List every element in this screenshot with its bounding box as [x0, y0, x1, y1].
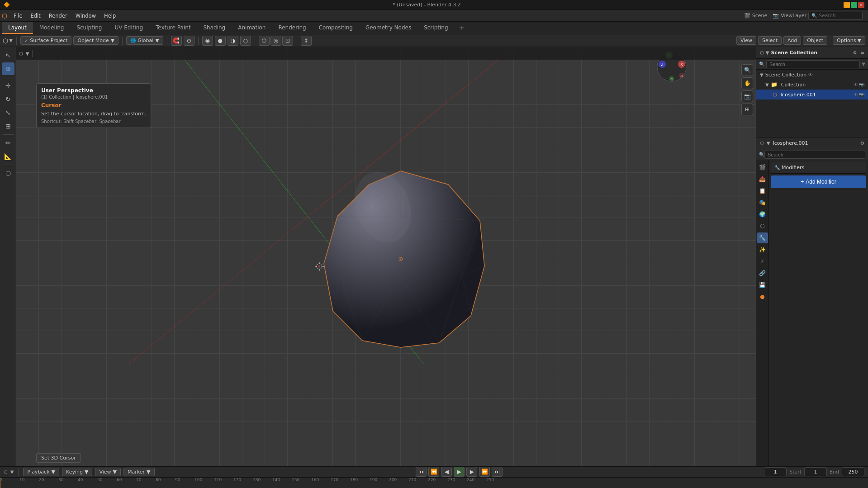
props-tab-render[interactable]: 🎬	[757, 162, 768, 173]
select-btn[interactable]: Select	[758, 36, 782, 45]
shading-mat-btn[interactable]: ◑	[228, 36, 238, 46]
options-button[interactable]: Options ▼	[833, 36, 865, 45]
props-search-input[interactable]	[764, 151, 865, 159]
jump-end-btn[interactable]: ⏭	[492, 467, 503, 477]
outliner-sort-icon[interactable]: ≡	[861, 50, 864, 55]
viewport-shading-btn[interactable]: ⬡	[259, 36, 270, 46]
menu-render[interactable]: Render	[45, 12, 71, 20]
view-mode-btn[interactable]: ◉	[202, 36, 213, 46]
select-tool-btn[interactable]: ↖	[2, 49, 14, 62]
tab-modeling[interactable]: Modeling	[33, 22, 71, 34]
maximize-button[interactable]: □	[851, 2, 857, 8]
play-btn[interactable]: ▶	[454, 467, 465, 477]
props-tab-modifiers[interactable]: 🔧	[757, 232, 768, 243]
tab-compositing[interactable]: Compositing	[313, 22, 359, 34]
tab-shading[interactable]: Shading	[197, 22, 232, 34]
play-forward-btn[interactable]: ⏩	[479, 467, 490, 477]
cursor-tool-btn[interactable]: ⊕	[2, 62, 14, 75]
move-tool-btn[interactable]: ✛	[2, 79, 14, 92]
props-tab-physics[interactable]: ⚡	[757, 256, 768, 267]
playback-btn[interactable]: Playback ▼	[23, 468, 59, 476]
rotate-tool-btn[interactable]: ↻	[2, 93, 14, 105]
props-tab-scene[interactable]: 🎭	[757, 197, 768, 208]
props-filter-icon[interactable]: ⚙	[860, 141, 864, 146]
tab-layout[interactable]: Layout	[2, 22, 33, 34]
props-tab-object[interactable]: ⬡	[757, 221, 768, 232]
tl-view-btn[interactable]: View ▼	[95, 468, 121, 476]
camera-btn[interactable]: 📷	[741, 90, 753, 102]
tab-geometry-nodes[interactable]: Geometry Nodes	[359, 22, 417, 34]
view-btn[interactable]: View	[736, 36, 756, 45]
timeline-scrubber[interactable]: 1 10 20 30 40 50 60 70 80 90 100 110 120…	[0, 478, 868, 488]
global-search[interactable]: 🔍 Search	[808, 12, 863, 20]
step-back-btn[interactable]: ◀	[441, 467, 452, 477]
obj-render-icon[interactable]: 📷	[859, 92, 864, 97]
play-reverse-btn[interactable]: ⏪	[428, 467, 439, 477]
close-button[interactable]: ✕	[858, 2, 864, 8]
surface-project-toggle[interactable]: ✓ Surface Project	[20, 36, 71, 45]
add-btn[interactable]: Add	[783, 36, 801, 45]
menu-help[interactable]: Help	[100, 12, 119, 20]
snap-btn[interactable]: 🧲	[171, 36, 182, 46]
pan-btn[interactable]: ✋	[741, 77, 753, 89]
visibility-icon[interactable]: 👁	[808, 72, 813, 77]
tick-90: 90	[175, 478, 180, 482]
current-frame-input[interactable]: 1	[764, 467, 787, 476]
props-tab-world[interactable]: 🌍	[757, 209, 768, 220]
tab-animation[interactable]: Animation	[232, 22, 272, 34]
obj-vis-icon[interactable]: 👁	[854, 92, 858, 97]
window-controls[interactable]: — □ ✕	[844, 2, 864, 8]
scale-tool-btn[interactable]: ⤡	[2, 106, 14, 119]
object-mode-selector[interactable]: Object Mode ▼	[73, 36, 119, 45]
outliner-scene-collection[interactable]: ▼ Scene Collection 👁	[756, 70, 868, 80]
viewport-overlay-btn[interactable]: ◎	[270, 36, 281, 46]
proportional-btn[interactable]: ⊙	[184, 36, 194, 46]
annotate-tool-btn[interactable]: ✏	[2, 137, 14, 149]
grid-view-btn[interactable]: ⊞	[741, 104, 753, 115]
shading-solid-btn[interactable]: ●	[215, 36, 226, 46]
editor-type-selector[interactable]: ⬡ ▼	[3, 37, 13, 44]
tab-scripting[interactable]: Scripting	[417, 22, 454, 34]
start-frame-input[interactable]: 1	[804, 467, 827, 476]
props-tab-data[interactable]: 💾	[757, 280, 768, 290]
props-tab-constraints[interactable]: 🔗	[757, 268, 768, 279]
tab-texture-paint[interactable]: Texture Paint	[149, 22, 197, 34]
props-tab-view-layer[interactable]: 📋	[757, 185, 768, 196]
menu-edit[interactable]: Edit	[27, 12, 44, 20]
menu-window[interactable]: Window	[72, 12, 100, 20]
keying-btn[interactable]: Keying ▼	[62, 468, 92, 476]
add-obj-tool-btn[interactable]: ⬡	[2, 167, 14, 180]
outliner-search-input[interactable]	[766, 60, 860, 68]
col-vis-icon[interactable]: 👁	[854, 82, 858, 87]
add-modifier-button[interactable]: + Add Modifier	[771, 175, 866, 188]
end-frame-input[interactable]: 250	[842, 467, 864, 476]
outliner-icosphere[interactable]: ⬡ Icosphere.001 👁 📷	[756, 90, 868, 99]
props-tab-particles[interactable]: ✨	[757, 244, 768, 255]
tab-uv-editing[interactable]: UV Editing	[108, 22, 149, 34]
object-btn[interactable]: Object	[803, 36, 827, 45]
3d-viewport[interactable]: ⬡ ▼	[16, 47, 756, 466]
marker-btn[interactable]: Marker ▼	[123, 468, 155, 476]
transform-tool-btn[interactable]: ⊞	[2, 120, 14, 133]
outliner-collection[interactable]: ▼ 📁 Collection 👁 📷	[756, 80, 868, 90]
zoom-in-btn[interactable]: 🔍	[741, 64, 753, 76]
outliner-filter-btn[interactable]: ▼	[862, 62, 865, 66]
set-origin-button[interactable]: Set 3D Cursor	[36, 453, 81, 463]
add-workspace-button[interactable]: +	[455, 22, 470, 34]
orientation-selector[interactable]: 🌐 Global ▼	[126, 36, 163, 45]
viewport-gizmo-btn[interactable]: ↕	[301, 36, 312, 46]
outliner-filter-icon[interactable]: ⚙	[853, 50, 857, 55]
menu-file[interactable]: File	[10, 12, 26, 20]
minimize-button[interactable]: —	[844, 2, 850, 8]
step-forward-btn[interactable]: ▶	[466, 467, 477, 477]
props-tab-output[interactable]: 📤	[757, 174, 768, 185]
tab-rendering[interactable]: Rendering	[272, 22, 312, 34]
tab-sculpting[interactable]: Sculpting	[70, 22, 108, 34]
camera-icon: 📷	[744, 93, 751, 99]
viewport-xray-btn[interactable]: ⊡	[282, 36, 293, 46]
shading-render-btn[interactable]: ○	[240, 36, 251, 46]
col-render-icon[interactable]: 📷	[859, 82, 864, 87]
props-tab-material[interactable]: ●	[757, 291, 768, 302]
jump-start-btn[interactable]: ⏮	[416, 467, 427, 477]
measure-tool-btn[interactable]: 📐	[2, 150, 14, 163]
